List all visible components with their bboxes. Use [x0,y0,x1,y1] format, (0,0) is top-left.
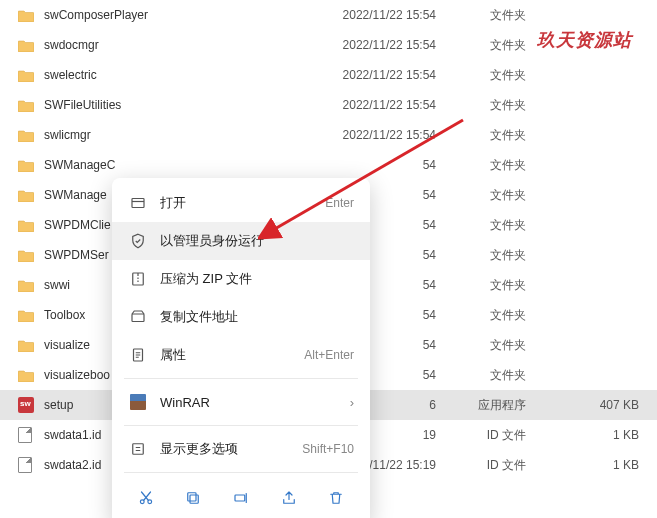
svg-rect-1 [132,199,144,208]
menu-item-label: 打开 [160,194,325,212]
menu-item-label: 属性 [160,346,304,364]
exe-icon [18,397,38,413]
menu-item-shortcut: Enter [325,196,354,210]
file-type: 文件夹 [436,367,526,384]
menu-item-winrar[interactable]: WinRAR› [112,383,370,421]
menu-item-props[interactable]: 属性Alt+Enter [112,336,370,374]
file-type: 文件夹 [436,7,526,24]
file-row[interactable]: swlicmgr2022/11/22 15:54文件夹 [0,120,657,150]
file-row[interactable]: swComposerPlayer2022/11/22 15:54文件夹 [0,0,657,30]
file-size: 1 KB [526,428,657,442]
file-type: ID 文件 [436,457,526,474]
file-date: 2022/11/22 15:54 [296,98,436,112]
admin-icon [128,231,148,251]
file-date: 2022/11/22 15:54 [296,8,436,22]
file-size: 407 KB [526,398,657,412]
file-type: 文件夹 [436,337,526,354]
menu-item-label: 压缩为 ZIP 文件 [160,270,354,288]
file-date: 54 [296,158,436,172]
rename-button[interactable] [224,481,258,515]
svg-rect-10 [235,495,245,501]
file-name: swComposerPlayer [38,8,296,22]
menu-item-label: 显示更多选项 [160,440,302,458]
file-type: 文件夹 [436,247,526,264]
copy-path-icon [128,307,148,327]
menu-item-zip[interactable]: 压缩为 ZIP 文件 [112,260,370,298]
context-menu: 打开Enter以管理员身份运行压缩为 ZIP 文件复制文件地址属性Alt+Ent… [112,178,370,518]
folder-icon [18,369,38,382]
svg-rect-5 [133,444,144,455]
menu-item-label: 以管理员身份运行 [160,232,354,250]
file-type: 文件夹 [436,187,526,204]
menu-item-shortcut: Shift+F10 [302,442,354,456]
file-type: 文件夹 [436,127,526,144]
folder-icon [18,309,38,322]
folder-icon [18,339,38,352]
file-name: swlicmgr [38,128,296,142]
file-row[interactable]: swelectric2022/11/22 15:54文件夹 [0,60,657,90]
zip-icon [128,269,148,289]
winrar-icon [128,392,148,412]
file-date: 2022/11/22 15:54 [296,128,436,142]
share-button[interactable] [272,481,306,515]
folder-icon [18,9,38,22]
menu-separator [124,425,358,426]
file-type: 应用程序 [436,397,526,414]
menu-item-copy-path[interactable]: 复制文件地址 [112,298,370,336]
file-icon [18,457,38,473]
menu-separator [124,378,358,379]
folder-icon [18,159,38,172]
file-date: 2022/11/22 15:54 [296,68,436,82]
svg-rect-9 [188,493,196,501]
copy-button[interactable] [176,481,210,515]
file-row[interactable]: SWManageC54文件夹 [0,150,657,180]
file-name: SWFileUtilities [38,98,296,112]
folder-icon [18,99,38,112]
menu-separator [124,472,358,473]
file-name: SWManageC [38,158,296,172]
menu-item-label: WinRAR [160,395,344,410]
file-name: swdocmgr [38,38,296,52]
file-type: 文件夹 [436,97,526,114]
menu-item-more[interactable]: 显示更多选项Shift+F10 [112,430,370,468]
more-icon [128,439,148,459]
svg-rect-3 [132,314,144,322]
folder-icon [18,189,38,202]
delete-button[interactable] [319,481,353,515]
folder-icon [18,249,38,262]
open-icon [128,193,148,213]
menu-item-admin[interactable]: 以管理员身份运行 [112,222,370,260]
file-size: 1 KB [526,458,657,472]
file-type: 文件夹 [436,277,526,294]
file-name: swelectric [38,68,296,82]
props-icon [128,345,148,365]
folder-icon [18,279,38,292]
folder-icon [18,39,38,52]
menu-item-label: 复制文件地址 [160,308,354,326]
svg-rect-8 [190,495,198,503]
file-date: 2022/11/22 15:54 [296,38,436,52]
file-type: 文件夹 [436,37,526,54]
menu-action-bar [112,477,370,518]
file-type: 文件夹 [436,67,526,84]
watermark-text: 玖天资源站 [537,28,632,52]
folder-icon [18,69,38,82]
chevron-right-icon: › [350,395,354,410]
file-type: 文件夹 [436,217,526,234]
file-type: 文件夹 [436,307,526,324]
file-row[interactable]: SWFileUtilities2022/11/22 15:54文件夹 [0,90,657,120]
cut-button[interactable] [129,481,163,515]
file-type: ID 文件 [436,427,526,444]
folder-icon [18,129,38,142]
folder-icon [18,219,38,232]
file-type: 文件夹 [436,157,526,174]
menu-item-open[interactable]: 打开Enter [112,184,370,222]
menu-item-shortcut: Alt+Enter [304,348,354,362]
file-icon [18,427,38,443]
